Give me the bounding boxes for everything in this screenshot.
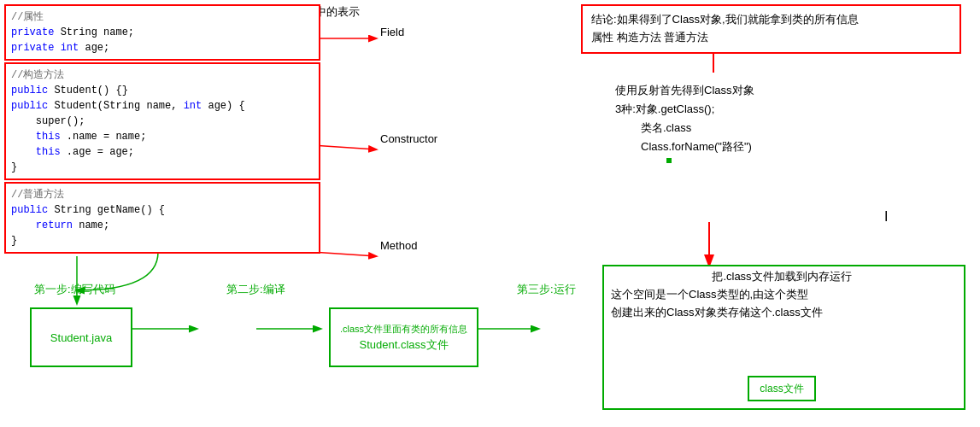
conclusion-line1: 结论:如果得到了Class对象,我们就能拿到类的所有信息	[591, 11, 951, 29]
ctor-super: super();	[11, 114, 314, 129]
kw-public2: public	[11, 100, 48, 112]
ctor-this-name: this .name = name;	[11, 129, 314, 144]
reflection-step1: 3种:对象.getClass();	[615, 100, 754, 119]
memory-content2: 创建出来的Class对象类存储这个.class文件	[611, 304, 823, 322]
green-dot	[666, 158, 672, 163]
main-container: 在反射中的表示 //属性 private String name; privat…	[0, 0, 980, 427]
code-line1: private String name;	[11, 25, 314, 40]
method-close: }	[11, 233, 314, 249]
step1-label: 第一步:编写代码	[34, 282, 115, 297]
constructor-block: //构造方法 public Student() {} public Studen…	[4, 62, 320, 180]
bottom-section: 第一步:编写代码 Student.java 第二步:编译 .class文件里面有…	[4, 265, 974, 418]
kw-public1: public	[11, 85, 48, 97]
comment-properties: //属性	[11, 9, 314, 25]
class-box: .class文件里面有类的所有信息 Student.class文件	[329, 307, 478, 367]
ctor-age-param: age) {	[208, 100, 244, 112]
comment-constructor: //构造方法	[11, 67, 314, 83]
class-name: Student.class文件	[359, 336, 448, 354]
properties-block: //属性 private String name; private int ag…	[4, 4, 320, 61]
svg-line-2	[312, 252, 376, 256]
method-line1: public String getName() {	[11, 202, 314, 218]
ctor-line1: public Student() {}	[11, 83, 314, 98]
reflection-step3: Class.forName("路径")	[615, 137, 754, 156]
method-block: //普通方法 public String getName() { return …	[4, 182, 320, 254]
reflection-info: 使用反射首先得到Class对象 3种:对象.getClass(); 类名.cla…	[615, 81, 754, 163]
method-label: Method	[380, 239, 417, 252]
kw-this2: this	[11, 146, 61, 158]
kw-return: return	[11, 219, 73, 231]
ctor-super-text: super();	[11, 115, 85, 127]
ctor-close: }	[11, 160, 314, 175]
conclusion-line2: 属性 构造方法 普通方法	[591, 29, 951, 47]
code-string-name: String name;	[61, 26, 134, 38]
ctor-line2: public Student(String name, int age) {	[11, 98, 314, 114]
step3-label: 第三步:运行	[517, 282, 576, 297]
kw-public3: public	[11, 204, 48, 216]
reflection-step2: 类名.class	[615, 119, 754, 137]
ctor-this-age-val: .age = age;	[67, 146, 134, 158]
keyword-private: private	[11, 26, 54, 38]
memory-box-content: 这个空间是一个Class类型的,由这个类型 创建出来的Class对象类存储这个.…	[611, 286, 823, 322]
java-box: Student.java	[30, 307, 132, 367]
svg-line-1	[312, 145, 376, 149]
keyword-private2: private	[11, 42, 54, 54]
ctor-params: Student(String name,	[54, 100, 183, 112]
code-section: //属性 private String name; private int ag…	[4, 4, 320, 255]
step2-label: 第二步:编译	[226, 282, 285, 297]
code-line2: private int age;	[11, 40, 314, 56]
class-content: .class文件里面有类的所有信息	[340, 322, 467, 336]
kw-this1: this	[11, 131, 61, 143]
reflection-title: 使用反射首先得到Class对象	[615, 81, 754, 100]
method-return-val: name;	[79, 219, 109, 231]
cursor: I	[884, 209, 888, 225]
ctor-default: Student() {}	[54, 85, 127, 97]
kw-int2: int	[184, 100, 202, 112]
class-file-box: class文件	[748, 376, 816, 401]
method-sig: String getName() {	[54, 204, 165, 216]
comment-method: //普通方法	[11, 187, 314, 202]
method-return: return name;	[11, 218, 314, 233]
ctor-this-age: this .age = age;	[11, 144, 314, 160]
java-file-label: Student.java	[50, 331, 112, 344]
memory-box-label: 把.class文件加载到内存运行	[611, 269, 953, 284]
class-file-inner-label: class文件	[760, 382, 803, 396]
field-label: Field	[380, 26, 404, 38]
constructor-label: Constructor	[380, 132, 437, 145]
memory-content1: 这个空间是一个Class类型的,由这个类型	[611, 286, 823, 304]
code-age: age;	[85, 42, 109, 54]
keyword-int: int	[61, 42, 79, 54]
conclusion-box: 结论:如果得到了Class对象,我们就能拿到类的所有信息 属性 构造方法 普通方…	[581, 4, 961, 54]
ctor-this-name-val: .name = name;	[67, 131, 147, 143]
